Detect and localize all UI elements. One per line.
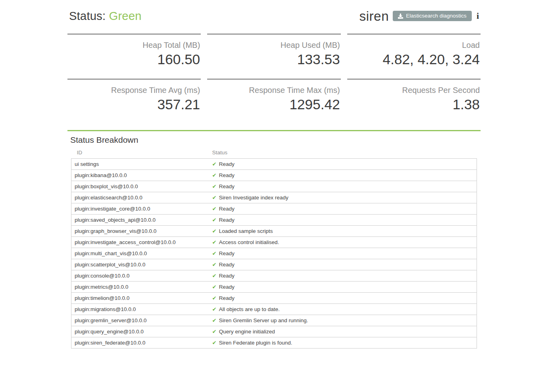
check-icon: ✔: [212, 172, 217, 178]
row-status-text: Loaded sample scripts: [219, 228, 273, 234]
metric-value: 133.53: [208, 51, 340, 68]
table-row: plugin:gremlin_server@10.0.0✔Siren Greml…: [71, 315, 477, 326]
table-row: plugin:migrations@10.0.0✔All objects are…: [71, 304, 477, 315]
row-id-cell: ui settings: [71, 159, 209, 170]
metric-card: Response Time Avg (ms)357.21: [67, 79, 201, 124]
row-id-cell: plugin:migrations@10.0.0: [71, 304, 209, 315]
row-id-cell: plugin:scatterplot_vis@10.0.0: [71, 259, 209, 270]
metric-value: 160.50: [68, 51, 200, 68]
metric-label: Response Time Avg (ms): [68, 85, 200, 95]
table-row: plugin:metrics@10.0.0✔Ready: [71, 282, 477, 293]
row-id-cell: plugin:gremlin_server@10.0.0: [71, 315, 209, 326]
table-row: plugin:boxplot_vis@10.0.0✔Ready: [71, 181, 477, 192]
row-status-cell: ✔Ready: [209, 282, 477, 293]
status-page: Status: Green siren Elasticsearch diagno…: [0, 0, 548, 392]
check-icon: ✔: [212, 329, 217, 335]
metric-label: Response Time Max (ms): [208, 85, 340, 95]
row-status-cell: ✔Siren Federate plugin is found.: [209, 337, 477, 349]
row-status-cell: ✔All objects are up to date.: [209, 304, 477, 315]
metric-label: Heap Total (MB): [68, 40, 200, 50]
table-row: ui settings✔Ready: [71, 159, 477, 170]
row-status-text: Ready: [219, 284, 234, 290]
row-id-cell: plugin:investigate_access_control@10.0.0: [71, 237, 209, 248]
table-row: plugin:multi_chart_vis@10.0.0✔Ready: [71, 248, 477, 259]
header-right: siren Elasticsearch diagnostics i: [359, 10, 479, 23]
metric-value: 4.82, 4.20, 3.24: [348, 51, 480, 68]
table-row: plugin:investigate_access_control@10.0.0…: [71, 237, 477, 248]
table-row: plugin:saved_objects_api@10.0.0✔Ready: [71, 215, 477, 226]
metrics-grid: Heap Total (MB)160.50Heap Used (MB)133.5…: [67, 33, 481, 124]
column-header-status: Status: [209, 149, 477, 159]
row-status-cell: ✔Ready: [209, 248, 477, 259]
row-status-text: Siren Federate plugin is found.: [219, 340, 292, 346]
metric-label: Load: [348, 40, 480, 50]
status-label: Status:: [69, 10, 106, 22]
table-row: plugin:siren_federate@10.0.0✔Siren Feder…: [71, 337, 477, 349]
check-icon: ✔: [212, 239, 217, 245]
row-status-text: Access control initialised.: [219, 239, 279, 245]
check-icon: ✔: [212, 161, 217, 167]
metric-card: Heap Used (MB)133.53: [207, 33, 340, 79]
row-status-text: All objects are up to date.: [219, 306, 279, 312]
row-status-text: Ready: [219, 262, 234, 268]
row-id-cell: plugin:boxplot_vis@10.0.0: [71, 181, 209, 192]
row-id-cell: plugin:kibana@10.0.0: [71, 170, 209, 181]
row-status-text: Query engine initialized: [219, 329, 275, 335]
metric-value: 1295.42: [208, 96, 340, 113]
table-row: plugin:graph_browser_vis@10.0.0✔Loaded s…: [71, 226, 477, 237]
check-icon: ✔: [212, 306, 217, 312]
diagnostics-button-label: Elasticsearch diagnostics: [406, 13, 467, 19]
row-id-cell: plugin:siren_federate@10.0.0: [71, 337, 209, 349]
check-icon: ✔: [212, 195, 217, 201]
check-icon: ✔: [212, 340, 217, 346]
metric-card: Requests Per Second1.38: [347, 79, 481, 124]
table-row: plugin:kibana@10.0.0✔Ready: [71, 170, 477, 181]
check-icon: ✔: [212, 228, 217, 234]
row-id-cell: plugin:timelion@10.0.0: [71, 293, 209, 304]
status-table-body: ui settings✔Readyplugin:kibana@10.0.0✔Re…: [71, 159, 477, 349]
status-table: ID Status ui settings✔Readyplugin:kibana…: [71, 149, 477, 349]
check-icon: ✔: [212, 317, 217, 323]
check-icon: ✔: [212, 217, 217, 223]
row-status-text: Siren Investigate index ready: [219, 195, 288, 201]
page-title: Status: Green: [69, 10, 142, 23]
check-icon: ✔: [212, 273, 217, 279]
row-status-text: Ready: [219, 295, 234, 301]
metric-label: Heap Used (MB): [208, 40, 340, 50]
row-status-text: Ready: [219, 206, 234, 212]
table-row: plugin:console@10.0.0✔Ready: [71, 270, 477, 282]
row-status-text: Ready: [219, 250, 234, 256]
row-status-cell: ✔Ready: [209, 181, 477, 192]
metric-card: Response Time Max (ms)1295.42: [207, 79, 340, 124]
row-status-cell: ✔Ready: [209, 293, 477, 304]
row-status-cell: ✔Siren Gremlin Server up and running.: [209, 315, 477, 326]
row-status-cell: ✔Access control initialised.: [209, 237, 477, 248]
siren-logo: siren: [359, 10, 389, 23]
row-id-cell: plugin:multi_chart_vis@10.0.0: [71, 248, 209, 259]
content-container: Status: Green siren Elasticsearch diagno…: [67, 0, 481, 349]
row-status-cell: ✔Ready: [209, 270, 477, 282]
status-breakdown-section: Status Breakdown ID Status ui settings✔R…: [67, 130, 481, 349]
row-status-text: Ready: [219, 273, 234, 279]
row-id-cell: plugin:graph_browser_vis@10.0.0: [71, 226, 209, 237]
table-row: plugin:timelion@10.0.0✔Ready: [71, 293, 477, 304]
metric-value: 1.38: [348, 96, 480, 113]
row-id-cell: plugin:elasticsearch@10.0.0: [71, 192, 209, 203]
elasticsearch-diagnostics-button[interactable]: Elasticsearch diagnostics: [393, 11, 472, 22]
check-icon: ✔: [212, 262, 217, 268]
breakdown-title: Status Breakdown: [70, 135, 481, 145]
check-icon: ✔: [212, 284, 217, 290]
row-status-text: Ready: [219, 161, 234, 167]
row-status-cell: ✔Ready: [209, 159, 477, 170]
metric-card: Load4.82, 4.20, 3.24: [347, 33, 481, 79]
breakdown-table-wrap: ID Status ui settings✔Readyplugin:kibana…: [67, 149, 481, 349]
row-status-cell: ✔Ready: [209, 170, 477, 181]
row-status-text: Ready: [219, 172, 234, 178]
metric-card: Heap Total (MB)160.50: [67, 33, 201, 79]
row-id-cell: plugin:console@10.0.0: [71, 270, 209, 282]
info-icon[interactable]: i: [477, 12, 479, 20]
status-table-header: ID Status: [71, 149, 477, 159]
row-status-cell: ✔Ready: [209, 203, 477, 215]
check-icon: ✔: [212, 295, 217, 301]
check-icon: ✔: [212, 183, 217, 189]
